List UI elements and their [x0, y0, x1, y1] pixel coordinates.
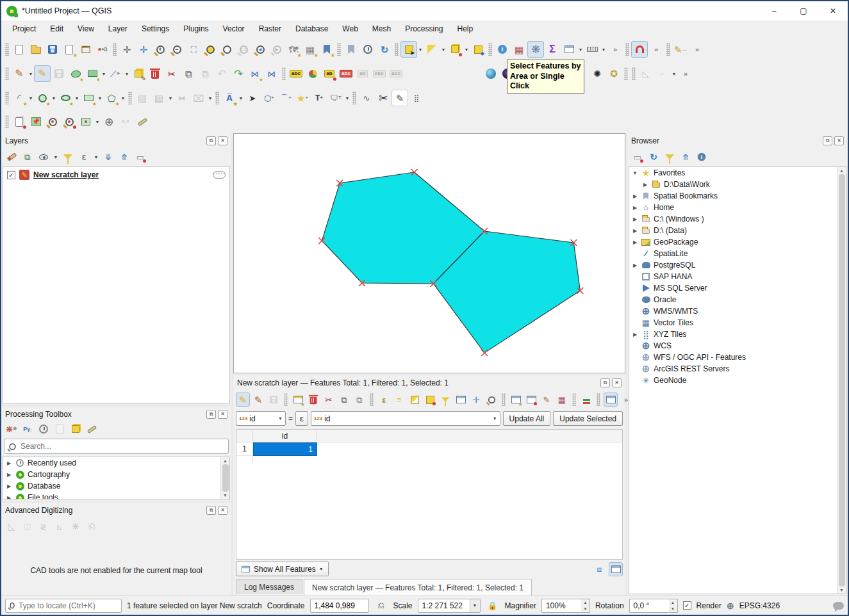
attr-filter-icon[interactable] — [438, 393, 452, 407]
toolbar-grip[interactable] — [624, 67, 628, 80]
browser-item-label[interactable]: Favorites — [654, 168, 685, 177]
expand-arrow-icon[interactable]: ▶ — [632, 216, 638, 222]
layer-visibility-checkbox[interactable]: ✓ — [7, 171, 15, 179]
deselect-dropdown-arrow[interactable]: ▼ — [463, 41, 470, 58]
attribute-table-dropdown-arrow[interactable]: ▼ — [577, 41, 584, 58]
toolbar-grip[interactable] — [370, 393, 374, 406]
expand-arrow-icon[interactable]: ▶ — [632, 332, 638, 337]
flash-features-icon[interactable]: ⧈ — [592, 562, 606, 576]
browser-item-oracle[interactable]: Oracle — [629, 294, 846, 305]
new-project-icon[interactable] — [11, 41, 28, 58]
add-feature-dropdown-arrow[interactable]: ▼ — [101, 65, 107, 82]
menu-vector[interactable]: Vector — [216, 21, 252, 36]
crs-value[interactable]: EPSG:4326 — [739, 601, 780, 610]
attr-toggle-editing-icon[interactable]: ✎ — [236, 393, 250, 407]
add-polygon-annotation-icon[interactable]: ⬡+ — [261, 90, 277, 106]
add-marker-annotation-icon[interactable]: ★+ — [294, 90, 311, 106]
browser-collapse-all-icon[interactable]: ⤊ — [679, 150, 693, 164]
add-polygon-feature-icon[interactable] — [84, 65, 101, 82]
browser-item-label[interactable]: GeoPackage — [654, 238, 698, 247]
form-annotation-dropdown-arrow[interactable]: ▼ — [344, 90, 350, 106]
add-line-annotation-icon[interactable]: ⌒+ — [277, 90, 294, 106]
annotation-layer-dropdown-arrow[interactable]: ▼ — [238, 90, 244, 106]
browser-item-data-work[interactable]: ▶D:\Data\Work — [629, 179, 846, 190]
layer-diagram-icon[interactable] — [304, 65, 321, 82]
modify-attributes-icon[interactable]: ✎ — [130, 65, 147, 82]
zoom-last-icon[interactable]: ◂ — [252, 41, 268, 58]
add-rectangle-icon[interactable] — [80, 90, 97, 106]
toolbar-grip[interactable] — [632, 67, 636, 80]
layers-float-button[interactable]: ⧉ — [206, 136, 216, 145]
processing-scrollbar[interactable]: ▲▼ — [220, 457, 229, 499]
temporal-controller-icon[interactable] — [359, 41, 376, 58]
map-themes-dropdown-arrow[interactable]: ▼ — [53, 149, 59, 165]
history-icon[interactable] — [37, 422, 51, 436]
toolbar-grip[interactable] — [666, 43, 670, 56]
zoom-to-layer-icon[interactable] — [218, 41, 235, 58]
browser-item-label[interactable]: GeoNode — [654, 376, 686, 385]
browser-item-label[interactable]: Spatial Bookmarks — [654, 191, 718, 200]
column-header-id[interactable]: id — [253, 430, 317, 442]
attr-select-by-expression-icon[interactable]: ε — [377, 393, 391, 407]
attr-dock-icon[interactable] — [604, 393, 618, 407]
browser-item-mssql[interactable]: MS SQL Server — [629, 282, 846, 294]
browser-item-label[interactable]: WCS — [654, 341, 672, 350]
redo-icon[interactable]: ↷ — [230, 65, 247, 82]
toolbar-grip[interactable] — [352, 92, 356, 104]
group-label[interactable]: Recently used — [28, 458, 76, 467]
toolbar-grip[interactable] — [502, 393, 506, 406]
copy-features-icon[interactable]: ⧉ — [180, 65, 197, 82]
save-project-icon[interactable] — [44, 41, 61, 58]
checker-dropdown-arrow[interactable]: ▼ — [671, 65, 677, 82]
add-regular-polygon-icon[interactable]: ⬠ — [103, 90, 120, 106]
advdig-close-button[interactable]: ✕ — [218, 506, 227, 515]
browser-item-spatialite[interactable]: /SpatiaLite — [629, 248, 846, 259]
attr-select-all-icon[interactable]: ≡ — [392, 393, 406, 407]
browser-item-c-drive[interactable]: ▶C:\ (Windows ) — [629, 213, 846, 225]
digitize-with-curve-icon[interactable]: ◜ — [11, 90, 28, 106]
deselect-features-current-layer-icon[interactable]: ◆ — [470, 41, 486, 58]
processing-group-recently-used[interactable]: ▶ Recently used — [3, 457, 229, 469]
attr-conditional-formatting-icon[interactable] — [579, 393, 593, 407]
plugin-settings-icon[interactable] — [134, 113, 151, 130]
attr-paste-icon[interactable]: ⧉ — [352, 393, 367, 407]
rotation-spinbox[interactable]: 0,0 °▲▼ — [629, 599, 678, 613]
rectangle-dropdown-arrow[interactable]: ▼ — [97, 90, 103, 106]
toolbar-overflow-icon[interactable]: » — [677, 65, 694, 82]
extents-toggle-icon[interactable]: ⎌ — [374, 599, 388, 613]
snap-grid-icon[interactable]: ⣿ — [408, 90, 425, 106]
field-calculator-icon[interactable]: ▦ — [511, 41, 527, 58]
filter-by-expression-icon[interactable]: ε — [77, 150, 91, 164]
browser-item-geonode[interactable]: ✳GeoNode — [629, 375, 846, 386]
select-features-dropdown-arrow[interactable]: ▼ — [417, 41, 424, 58]
modify-annotations-icon[interactable]: ➤ — [244, 90, 261, 106]
layer-name[interactable]: New scratch layer — [33, 170, 99, 179]
collapse-arrow-icon[interactable]: ▼ — [632, 170, 638, 176]
browser-item-wms[interactable]: ⊕WMS/WMTS — [629, 305, 846, 317]
tab-log-messages[interactable]: Log Messages — [236, 579, 302, 594]
coordinate-input[interactable] — [315, 601, 365, 610]
attr-modify-fields-icon[interactable]: ✎ — [540, 393, 554, 407]
browser-item-geopackage[interactable]: ▶GeoPackage — [629, 236, 846, 248]
add-text-annotation-icon[interactable]: T+ — [311, 90, 327, 106]
select-by-value-dropdown-arrow[interactable]: ▼ — [440, 41, 447, 58]
browser-item-postgresql[interactable]: ▶PostgreSQL — [629, 259, 846, 271]
python-icon[interactable]: Py, — [21, 422, 35, 436]
current-edits-icon[interactable]: ✎ — [11, 65, 28, 82]
update-selected-button[interactable]: Update Selected — [553, 411, 623, 426]
measure-dropdown-arrow[interactable]: ▼ — [600, 41, 607, 58]
attr-pan-to-selection-icon[interactable]: ✛ — [469, 393, 483, 407]
statistical-summary-icon[interactable]: Σ — [544, 41, 561, 58]
map-canvas[interactable] — [233, 133, 625, 373]
measure-line-icon[interactable] — [584, 41, 600, 58]
layer-item[interactable]: ✓ ✎ New scratch layer — [3, 167, 229, 182]
menu-processing[interactable]: Processing — [398, 21, 450, 36]
toggle-editing-icon[interactable]: ✎ — [34, 65, 51, 82]
attribute-float-button[interactable]: ⧉ — [600, 378, 610, 387]
toolbar-grip[interactable] — [337, 43, 341, 56]
select-within-polygon-icon[interactable] — [78, 113, 94, 130]
magnifier-spin-arrows[interactable]: ▲▼ — [581, 599, 590, 613]
vertex-tool-dropdown-arrow[interactable]: ▼ — [124, 65, 130, 82]
open-layer-styling-icon[interactable] — [4, 150, 19, 164]
add-group-icon[interactable]: ⧉ — [21, 150, 35, 164]
